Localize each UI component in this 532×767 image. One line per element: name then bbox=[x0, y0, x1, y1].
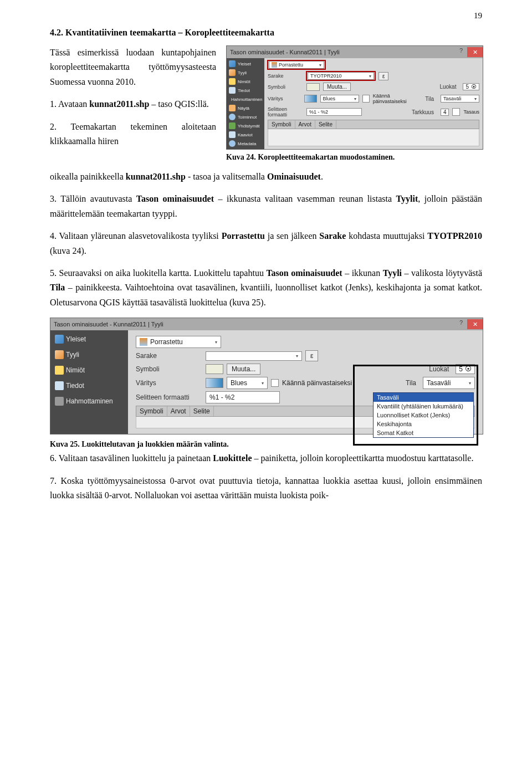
sidebar-label: Hahmottaminen bbox=[66, 397, 113, 405]
column-dropdown[interactable]: ▾ bbox=[206, 351, 302, 361]
bold: kunnat2011.shp bbox=[126, 172, 186, 181]
th-symboli: Symboli bbox=[136, 406, 167, 416]
th-selite: Selite bbox=[315, 120, 336, 129]
diagrams-icon bbox=[229, 131, 236, 138]
sidebar-label: Kaaviot bbox=[238, 132, 253, 137]
th-symboli: Symboli bbox=[268, 120, 295, 129]
label-selfmt: Selitteen formaatti bbox=[268, 106, 303, 117]
text: – taso QGIS:llä. bbox=[149, 99, 209, 109]
sidebar-label: Tiedot bbox=[66, 382, 84, 390]
label-sarake: Sarake bbox=[136, 352, 202, 360]
help-icon[interactable]: ? bbox=[455, 319, 467, 329]
bold: Porrastettu bbox=[222, 231, 265, 241]
sidebar-item-tiedot[interactable]: Tiedot bbox=[50, 378, 128, 393]
sidebar-item-tiedot[interactable]: Tiedot bbox=[227, 86, 264, 95]
text: – ikkunan bbox=[342, 268, 383, 278]
invert-checkbox[interactable] bbox=[271, 379, 279, 387]
text: 1. Avataan bbox=[50, 99, 89, 109]
muuta-button[interactable]: Muuta... bbox=[227, 364, 260, 375]
sidebar-label: Yhdistymät bbox=[238, 124, 260, 129]
bold: Tason ominaisuudet bbox=[266, 268, 342, 278]
paint-icon bbox=[229, 69, 236, 76]
chevron-down-icon: ▾ bbox=[319, 63, 321, 68]
text: – painiketta, jolloin koropleettikartta … bbox=[252, 453, 474, 463]
abc-icon bbox=[55, 366, 64, 375]
color-ramp-swatch bbox=[206, 378, 223, 388]
text: kohdasta muuttujaksi bbox=[346, 231, 427, 241]
label-symboli: Symboli bbox=[136, 365, 202, 373]
abc-icon bbox=[229, 78, 236, 85]
close-icon[interactable]: ✕ bbox=[467, 47, 483, 57]
filename: kunnat2011.shp bbox=[89, 99, 149, 109]
paragraph-step7: 7. Koska työttömyysaineistossa 0-arvot o… bbox=[50, 474, 482, 503]
sidebar-item-nimiot[interactable]: Nimiöt bbox=[50, 362, 128, 378]
classes-table-header: Symboli Arvot Selite bbox=[268, 120, 479, 129]
renderer-dropdown[interactable]: Porrastettu ▾ bbox=[136, 336, 221, 348]
th-arvot: Arvot bbox=[295, 120, 315, 129]
sidebar-item-hahmottaminen[interactable]: Hahmottaminen bbox=[227, 95, 264, 104]
close-icon[interactable]: ✕ bbox=[467, 319, 483, 329]
column-value: TYOTPR2010 bbox=[310, 73, 342, 79]
sidebar-item-kaaviot[interactable]: Kaaviot bbox=[227, 130, 264, 139]
paint-icon bbox=[55, 350, 64, 359]
sidebar-label: Yleiset bbox=[66, 335, 86, 343]
paragraph-step4: 4. Valitaan yläreunan alasvetovalikosta … bbox=[50, 229, 482, 258]
renderer-value: Porrastettu bbox=[279, 62, 303, 68]
window-titlebar: Tason ominaisuudet - Kunnat2011 | Tyyli … bbox=[50, 318, 483, 330]
bold: Tason ominaisuudet bbox=[136, 194, 214, 203]
format-input[interactable]: %1 - %2 bbox=[206, 391, 280, 403]
sidebar-item-metadata[interactable]: Metadata bbox=[227, 139, 264, 148]
help-icon[interactable]: ? bbox=[455, 47, 467, 57]
sidebar-item-tyyli[interactable]: Tyyli bbox=[227, 68, 264, 77]
sidebar-label: Metadata bbox=[238, 141, 256, 146]
chevron-down-icon: ▾ bbox=[474, 96, 477, 101]
sidebar-item-yhdistymat[interactable]: Yhdistymät bbox=[227, 121, 264, 130]
sidebar-label: Hahmottaminen bbox=[231, 97, 262, 102]
bold: TYOTPR2010 bbox=[427, 231, 482, 241]
label-luokat: Luokat bbox=[439, 84, 456, 90]
sidebar-item-yleiset[interactable]: Yleiset bbox=[50, 331, 128, 347]
sidebar-item-tyyli[interactable]: Tyyli bbox=[50, 347, 128, 362]
joins-icon bbox=[229, 122, 236, 129]
bold: Tyylit bbox=[396, 194, 418, 203]
column-dropdown[interactable]: TYOTPR2010 ▾ bbox=[308, 72, 374, 80]
format-input[interactable]: %1 - %2 bbox=[306, 108, 362, 116]
colorramp-dropdown[interactable]: Blues▾ bbox=[320, 95, 359, 103]
precision-spinner[interactable]: 4 bbox=[441, 109, 449, 116]
sidebar-label: Tyyli bbox=[66, 351, 79, 359]
colorramp-value: Blues bbox=[323, 96, 336, 101]
bold: Sarake bbox=[319, 231, 346, 241]
trim-checkbox[interactable] bbox=[452, 108, 460, 116]
luokat-value: 5 bbox=[466, 84, 469, 90]
chevron-down-icon: ▾ bbox=[262, 381, 264, 386]
fields-icon bbox=[229, 87, 236, 94]
mode-dropdown[interactable]: Tasaväli▾ bbox=[441, 95, 479, 103]
sidebar-item-toiminnot[interactable]: Toiminnot bbox=[227, 113, 264, 121]
symbol-swatch[interactable] bbox=[206, 364, 223, 374]
muuta-button[interactable]: Muuta... bbox=[323, 83, 351, 91]
wrench-icon bbox=[55, 335, 64, 344]
sidebar-label: Nimiöt bbox=[238, 79, 250, 84]
text: 6. Valitaan tasavälinen luokittelu ja pa… bbox=[50, 453, 213, 463]
sidebar-item-hahmottaminen[interactable]: Hahmottaminen bbox=[50, 393, 128, 409]
invert-checkbox[interactable] bbox=[362, 95, 370, 103]
label-tarkkuus: Tarkkuus bbox=[412, 109, 434, 115]
sidebar-item-nimiot[interactable]: Nimiöt bbox=[227, 77, 264, 86]
sidebar-label: Toiminnot bbox=[238, 115, 257, 120]
window-title: Tason ominaisuudet - Kunnat2011 | Tyyli bbox=[230, 49, 340, 55]
epsilon-button[interactable]: ε bbox=[378, 72, 388, 80]
bold: Tila bbox=[50, 283, 65, 292]
renderer-value: Porrastettu bbox=[150, 338, 183, 346]
sidebar-label: Nimiöt bbox=[66, 366, 85, 374]
sidebar-item-nayta[interactable]: Näytä bbox=[227, 104, 264, 113]
color-ramp-swatch bbox=[304, 95, 317, 103]
luokat-spinner[interactable]: 5⦿ bbox=[463, 83, 479, 90]
symbol-swatch[interactable] bbox=[306, 83, 320, 91]
spin-icon: ⦿ bbox=[471, 84, 477, 90]
colorramp-dropdown[interactable]: Blues▾ bbox=[227, 377, 268, 389]
epsilon-button[interactable]: ε bbox=[305, 350, 318, 361]
renderer-dropdown[interactable]: Porrastettu ▾ bbox=[269, 61, 324, 69]
sidebar-item-yleiset[interactable]: Yleiset bbox=[227, 59, 264, 68]
bold: Luokittele bbox=[213, 453, 252, 463]
sidebar-label: Tyyli bbox=[238, 70, 247, 75]
